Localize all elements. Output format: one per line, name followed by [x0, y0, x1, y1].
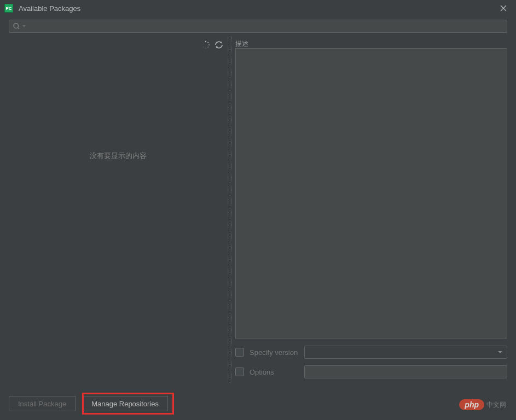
svg-point-1 [205, 41, 206, 42]
svg-point-4 [207, 46, 208, 48]
options-label: Options [250, 368, 304, 376]
watermark-text: 中文网 [486, 400, 506, 410]
svg-point-3 [208, 44, 210, 45]
app-icon: PC [4, 4, 13, 13]
watermark: php 中文网 [459, 399, 506, 410]
refresh-icon[interactable] [214, 40, 223, 49]
details-panel: 描述 Specify version Options [232, 36, 507, 383]
description-box [235, 48, 507, 339]
specify-version-select[interactable] [304, 346, 507, 359]
options-input[interactable] [304, 365, 507, 378]
manage-repositories-button[interactable]: Manage Repositories [82, 396, 168, 411]
install-package-button[interactable]: Install Package [9, 396, 76, 411]
options-checkbox[interactable] [235, 368, 244, 376]
specify-version-row: Specify version [235, 344, 507, 360]
svg-point-6 [203, 47, 204, 48]
specify-version-label: Specify version [250, 348, 304, 357]
description-label: 描述 [235, 36, 507, 48]
search-input[interactable] [9, 20, 507, 33]
specify-version-checkbox[interactable] [235, 348, 244, 357]
chevron-down-icon [22, 25, 26, 28]
search-icon [13, 22, 20, 30]
options-row: Options [235, 364, 507, 380]
window-title: Available Packages [19, 4, 495, 13]
svg-point-2 [207, 42, 208, 43]
svg-point-7 [202, 44, 202, 45]
main-area: 没有要显示的内容 描述 Specify version Options [0, 36, 516, 383]
panel-splitter[interactable] [228, 36, 232, 383]
watermark-badge: php [459, 399, 484, 410]
close-button[interactable] [495, 0, 512, 16]
svg-point-5 [205, 48, 206, 49]
loading-spinner-icon [201, 40, 210, 49]
bottom-bar: Install Package Manage Repositories [9, 396, 507, 411]
empty-list-message: 没有要显示的内容 [9, 151, 228, 161]
package-list-panel: 没有要显示的内容 [9, 36, 228, 383]
svg-point-0 [14, 24, 19, 28]
close-icon [500, 5, 507, 11]
svg-point-8 [203, 42, 204, 43]
titlebar: PC Available Packages [0, 0, 516, 16]
